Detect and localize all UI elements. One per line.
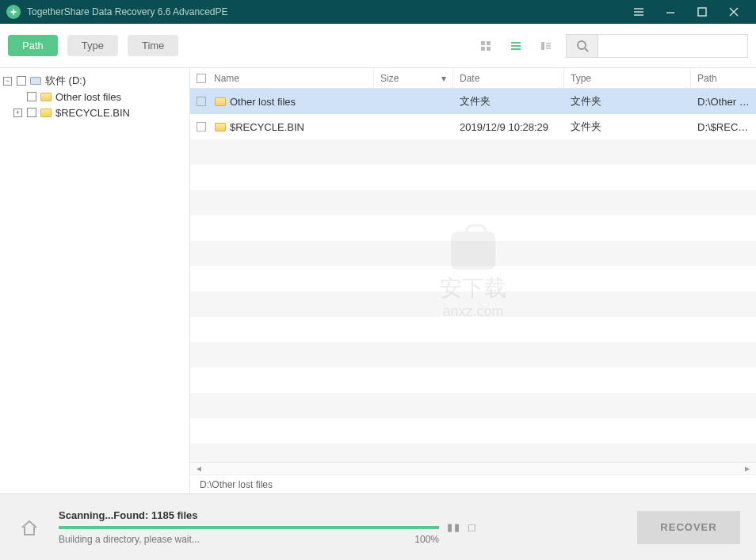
tree-item-label: $RECYCLE.BIN [55,107,130,119]
app-title: TogetherShare Data Recovery 6.6 Advanced… [27,6,623,17]
app-logo-icon: + [6,5,21,19]
svg-rect-14 [541,42,544,50]
progress-area: Scanning...Found: 1185 files Building a … [59,509,439,545]
row-name: $RECYCLE.BIN [230,121,304,133]
svg-point-18 [578,41,586,49]
progress-bar [59,526,439,529]
stop-button[interactable]: ◻ [468,521,476,533]
header-date[interactable]: Date [453,68,564,88]
header-name[interactable]: Name [190,68,374,88]
svg-rect-7 [481,41,485,45]
table-row [190,317,756,342]
recover-button[interactable]: RECOVER [637,511,740,544]
table-row [190,165,756,190]
tree-item[interactable]: +$RECYCLE.BIN [3,105,186,120]
row-type: 文件夹 [564,120,691,134]
table-row [190,368,756,393]
folder-icon [40,91,52,102]
tree-checkbox[interactable] [27,92,36,101]
pathbar: D:\Other lost files [190,474,756,493]
scan-percent: 100% [414,534,439,545]
view-list-icon[interactable] [506,36,526,56]
search-button[interactable] [566,34,598,58]
table-row [190,241,756,266]
tab-time[interactable]: Time [128,35,178,56]
search-input[interactable] [598,34,748,58]
pause-button[interactable]: ▮▮ [447,521,461,533]
scroll-left-icon[interactable]: ◄ [193,464,204,473]
tree-checkbox[interactable] [27,108,36,117]
view-detail-icon[interactable] [536,36,556,56]
folder-icon [214,121,227,132]
tree-root[interactable]: − 软件 (D:) [3,73,186,89]
titlebar: + TogetherShare Data Recovery 6.6 Advanc… [0,0,756,24]
header-path[interactable]: Path [691,68,756,88]
table-row[interactable]: $RECYCLE.BIN2019/12/9 10:28:29文件夹D:\$REC… [190,114,756,139]
menu-button[interactable] [623,0,655,24]
row-path: D:\Other lost files [691,96,756,108]
table-row [190,291,756,317]
table-row [190,139,756,165]
table-row [190,393,756,418]
home-button[interactable] [16,514,43,541]
header-type[interactable]: Type [564,68,691,88]
tree-root-label: 软件 (D:) [45,74,86,88]
tab-path[interactable]: Path [8,35,58,56]
svg-rect-4 [698,8,706,16]
scan-status: Scanning...Found: 1185 files [59,509,439,521]
svg-rect-10 [487,47,491,51]
table-row [190,215,756,241]
header-checkbox[interactable] [197,74,206,83]
drive-icon [29,75,42,86]
toolbar: Path Type Time [0,24,756,68]
expand-icon[interactable]: + [13,109,22,117]
tree-item-label: Other lost files [55,91,121,103]
table-row [190,418,756,444]
tree-item[interactable]: Other lost files [3,89,186,105]
tree-checkbox[interactable] [17,76,26,86]
horizontal-scrollbar[interactable]: ◄ ► [190,462,756,474]
svg-line-19 [585,48,588,51]
table-row [190,266,756,291]
svg-rect-9 [481,47,485,51]
close-button[interactable] [718,0,750,24]
search-wrap [566,34,748,58]
table-row [190,342,756,368]
row-name: Other lost files [230,96,296,108]
row-date: 文件夹 [453,94,564,109]
collapse-icon[interactable]: − [3,77,12,86]
view-grid-icon[interactable] [475,36,496,56]
row-checkbox[interactable] [197,97,206,106]
content: Name Size▾ Date Type Path 安下载 anxz.com O… [190,68,756,493]
svg-rect-8 [487,41,491,45]
footer: Scanning...Found: 1185 files Building a … [0,493,756,560]
sort-indicator-icon: ▾ [441,73,446,84]
folder-icon [40,107,52,118]
folder-icon [214,96,227,107]
row-date: 2019/12/9 10:28:29 [453,121,564,133]
table-row [190,444,756,462]
main: − 软件 (D:) Other lost files+$RECYCLE.BIN … [0,68,756,493]
minimize-button[interactable] [655,0,686,24]
column-headers: Name Size▾ Date Type Path [190,68,756,89]
sidebar: − 软件 (D:) Other lost files+$RECYCLE.BIN [0,68,190,493]
scan-substatus: Building a directory, please wait... [59,534,200,545]
maximize-button[interactable] [686,0,718,24]
header-size[interactable]: Size▾ [374,68,453,88]
table-row[interactable]: Other lost files文件夹文件夹D:\Other lost file… [190,89,756,114]
row-type: 文件夹 [564,94,691,109]
file-list[interactable]: 安下载 anxz.com Other lost files文件夹文件夹D:\Ot… [190,89,756,462]
table-row [190,190,756,215]
scroll-right-icon[interactable]: ► [742,464,753,473]
row-path: D:\$RECYCLE.BIN [691,121,756,133]
pause-stop: ▮▮ ◻ [447,521,476,533]
row-checkbox[interactable] [197,122,206,131]
tab-type[interactable]: Type [67,35,118,56]
